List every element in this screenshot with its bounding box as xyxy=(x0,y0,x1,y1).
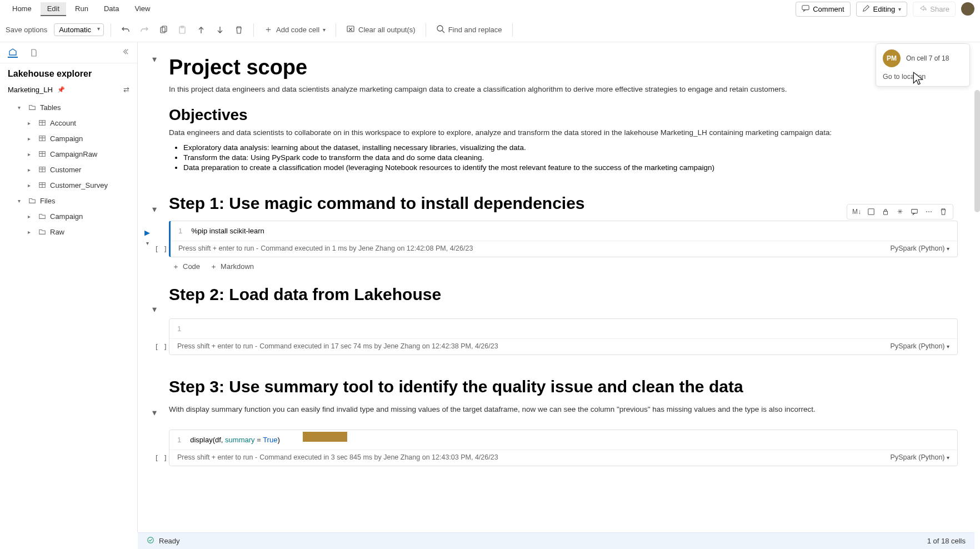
section-caret[interactable]: ▾ xyxy=(149,303,160,315)
list-item: Data preparation to create a classificat… xyxy=(183,163,958,172)
explorer-title: Lakehouse explorer xyxy=(0,63,137,82)
execution-count: [ ] xyxy=(154,343,167,351)
undo-button[interactable] xyxy=(118,23,133,37)
line-number: 1 xyxy=(177,325,181,333)
main: Lakehouse explorer Marketing_LH 📌 ⇄ ▾ Ta… xyxy=(0,42,980,532)
toolbar: Save options Automatic ＋ Add code cell ▾… xyxy=(0,18,980,42)
notebook-content: ▾ Project scope In this project data eng… xyxy=(138,42,980,488)
share-button[interactable]: Share xyxy=(913,2,956,17)
add-code-cell-button[interactable]: ＋ Add code cell ▾ xyxy=(261,22,329,38)
kernel-label[interactable]: PySpark (Python) ▾ xyxy=(891,453,949,461)
section-caret[interactable]: ▾ xyxy=(149,203,160,214)
plus-icon: ＋ xyxy=(172,262,179,272)
cell-2: [ ] 1 Press shift + enter to run - Comma… xyxy=(169,318,958,355)
kernel-label[interactable]: PySpark (Python) ▾ xyxy=(891,342,949,350)
cell-status: Press shift + enter to run - Command exe… xyxy=(171,241,957,257)
redo-button[interactable] xyxy=(137,23,152,37)
comment-button[interactable]: Comment xyxy=(796,2,850,17)
editing-button[interactable]: Editing ▾ xyxy=(856,2,908,17)
section-caret[interactable]: ▾ xyxy=(149,53,160,64)
collapse-sidebar-icon[interactable] xyxy=(122,48,129,58)
line-number: 1 xyxy=(177,436,181,444)
code-editor[interactable]: 1 %pip install scikit-learn xyxy=(171,221,957,241)
code-editor[interactable]: 1 display(df, summary = True) xyxy=(169,430,957,450)
heading-step3: Step 3: Use summary tool to identify the… xyxy=(169,377,958,396)
lock-icon[interactable] xyxy=(881,207,891,217)
file-raw[interactable]: ▸Raw xyxy=(3,224,137,239)
insert-md-label: Markdown xyxy=(221,262,254,271)
cell-settings-icon[interactable] xyxy=(866,207,876,217)
swap-icon[interactable]: ⇄ xyxy=(123,86,129,94)
status-ready-label: Ready xyxy=(159,537,180,545)
files-label: Files xyxy=(40,197,55,205)
clear-output-button[interactable]: Clear all output(s) xyxy=(343,22,419,37)
more-icon[interactable]: ⋯ xyxy=(924,207,934,217)
table-icon xyxy=(38,149,47,158)
presence-avatar[interactable]: PM xyxy=(883,49,901,67)
lakehouse-tab-icon[interactable] xyxy=(8,48,18,58)
cell-status: Press shift + enter to run - Command exe… xyxy=(169,338,957,355)
copy-button[interactable] xyxy=(156,23,171,37)
delete-cell-icon[interactable] xyxy=(938,207,948,217)
menu-data[interactable]: Data xyxy=(97,2,126,16)
menu-edit[interactable]: Edit xyxy=(41,2,66,16)
table-campaign[interactable]: ▸Campaign xyxy=(3,131,137,146)
markdown-toggle-icon[interactable]: M↓ xyxy=(852,207,862,217)
folder-icon xyxy=(38,212,47,221)
move-up-button[interactable] xyxy=(193,23,209,37)
cell-counter: 1 of 18 cells xyxy=(927,537,966,545)
search-icon xyxy=(436,24,445,35)
delete-button[interactable] xyxy=(231,23,247,37)
table-icon xyxy=(38,165,47,174)
cell-3: [ ] 1 display(df, summary = True) Press … xyxy=(169,430,958,466)
code-text: %pip install scikit-learn xyxy=(191,227,264,235)
table-account[interactable]: ▸Account xyxy=(3,115,137,131)
find-replace-button[interactable]: Find and replace xyxy=(433,22,506,37)
code-editor[interactable]: 1 xyxy=(169,319,957,338)
cell-box[interactable]: 1 %pip install scikit-learn Press shift … xyxy=(169,221,958,257)
move-down-button[interactable] xyxy=(212,23,228,37)
chevron-down-icon: ▾ xyxy=(323,27,326,33)
files-tab-icon[interactable] xyxy=(29,48,39,58)
table-customer-survey[interactable]: ▸Customer_Survey xyxy=(3,177,137,193)
run-cell-icon[interactable]: ▶ xyxy=(144,228,150,237)
comment-cell-icon[interactable] xyxy=(909,207,919,217)
insert-markdown-button[interactable]: ＋Markdown xyxy=(210,262,254,272)
file-label: Campaign xyxy=(50,212,83,221)
table-label: Campaign xyxy=(50,134,83,143)
section-caret[interactable]: ▾ xyxy=(149,407,160,418)
freeze-icon[interactable]: ✳ xyxy=(895,207,905,217)
presence-row: PM On cell 7 of 18 xyxy=(883,49,963,67)
comment-icon xyxy=(802,4,809,14)
menu-home[interactable]: Home xyxy=(6,2,38,16)
folder-icon xyxy=(38,227,47,236)
table-campaignraw[interactable]: ▸CampaignRaw xyxy=(3,146,137,162)
table-customer[interactable]: ▸Customer xyxy=(3,162,137,177)
pin-icon[interactable]: 📌 xyxy=(57,86,65,93)
chevron-right-icon: ▸ xyxy=(28,213,34,219)
lakehouse-name-row[interactable]: Marketing_LH 📌 ⇄ xyxy=(0,82,137,97)
cell-box[interactable]: 1 Press shift + enter to run - Command e… xyxy=(169,318,958,355)
notebook[interactable]: ▾ Project scope In this project data eng… xyxy=(138,42,980,532)
chevron-down-icon[interactable]: ▾ xyxy=(146,240,149,246)
save-mode-select[interactable]: Automatic xyxy=(54,23,104,36)
table-icon xyxy=(38,134,47,143)
kernel-label[interactable]: PySpark (Python) ▾ xyxy=(891,244,949,252)
files-node[interactable]: ▾ Files xyxy=(3,193,137,208)
run-hint: Press shift + enter to run - xyxy=(177,453,257,461)
objectives-list: Exploratory data analysis: learning abou… xyxy=(183,143,958,172)
menu-view[interactable]: View xyxy=(128,2,157,16)
cell-box[interactable]: 1 display(df, summary = True) Press shif… xyxy=(169,430,958,466)
paste-button[interactable] xyxy=(174,23,190,37)
table-label: Customer xyxy=(50,166,81,174)
avatar[interactable] xyxy=(961,2,974,16)
tables-node[interactable]: ▾ Tables xyxy=(3,99,137,115)
step3-text: With display summary function you can ea… xyxy=(169,404,958,415)
find-replace-label: Find and replace xyxy=(448,26,502,34)
file-campaign[interactable]: ▸Campaign xyxy=(3,208,137,224)
heading-objectives: Objectives xyxy=(169,106,958,124)
go-to-location-link[interactable]: Go to location xyxy=(883,73,963,81)
insert-code-button[interactable]: ＋Code xyxy=(172,262,200,272)
folder-icon xyxy=(28,103,37,112)
menu-run[interactable]: Run xyxy=(68,2,95,16)
